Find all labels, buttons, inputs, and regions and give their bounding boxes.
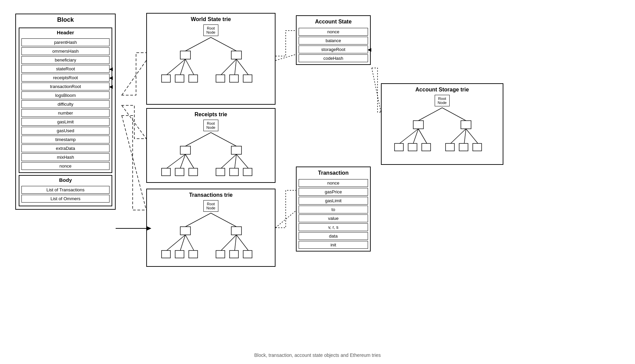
account-state-panel: Account State nonce balance storageRoot … <box>296 15 371 65</box>
body-title: Body <box>19 176 112 185</box>
account-storage-trie-inner: RootNode <box>382 95 503 167</box>
svg-line-33 <box>211 213 236 227</box>
field-beneficiary: beneficiary <box>21 56 110 64</box>
svg-line-71 <box>275 211 296 228</box>
svg-rect-14 <box>230 75 238 82</box>
svg-line-57 <box>466 129 478 143</box>
svg-line-56 <box>464 129 466 143</box>
account-storage-trie-panel: Account Storage trie RootNode <box>381 83 503 165</box>
svg-line-55 <box>451 129 466 143</box>
caption: Block, transaction, account state object… <box>0 352 635 358</box>
field-stateRoot: stateRoot ◄ <box>21 65 110 73</box>
transactions-trie-inner: RootNode <box>147 200 275 267</box>
svg-line-6 <box>185 59 194 75</box>
svg-rect-15 <box>243 75 252 82</box>
svg-rect-35 <box>231 227 241 235</box>
svg-rect-19 <box>231 146 241 154</box>
svg-line-23 <box>221 154 236 168</box>
svg-line-64 <box>122 60 146 95</box>
world-state-trie-panel: World State trie RootNode <box>146 13 275 105</box>
svg-line-7 <box>221 59 236 75</box>
account-state-title: Account State <box>297 16 370 27</box>
svg-line-65 <box>122 105 146 139</box>
field-gasUsed: gasUsed <box>21 127 110 135</box>
svg-rect-44 <box>189 250 198 258</box>
svg-rect-28 <box>189 168 198 176</box>
account-field-codeHash: codeHash <box>299 54 368 62</box>
account-field-storageRoot: storageRoot ◄ <box>299 46 368 53</box>
tx-field-vrs: v, r, s <box>299 223 368 231</box>
svg-line-0 <box>185 37 211 51</box>
field-ommersHash: ommersHash <box>21 47 110 55</box>
field-extraData: extraData <box>21 144 110 152</box>
transaction-panel: Transaction nonce gasPrice gasLimit to v… <box>296 167 371 252</box>
field-timestamp: timestamp <box>21 136 110 143</box>
svg-line-17 <box>211 133 236 146</box>
account-field-nonce: nonce <box>299 28 368 36</box>
field-parentHash: parentHash <box>21 38 110 46</box>
field-list-transactions: List of Transactions <box>21 186 110 194</box>
header-panel: Header parentHash ommersHash beneficiary… <box>19 28 112 173</box>
svg-rect-30 <box>230 168 238 176</box>
svg-rect-43 <box>175 250 184 258</box>
tx-field-to: to <box>299 206 368 213</box>
svg-line-16 <box>185 133 211 146</box>
receipts-trie-panel: Receipts trie RootNode <box>146 108 275 183</box>
svg-line-24 <box>235 154 236 168</box>
svg-rect-42 <box>162 250 170 258</box>
diagram-container: Block Header parentHash ommersHash benef… <box>0 0 635 364</box>
field-logsBloom: logsBloom <box>21 91 110 99</box>
svg-rect-13 <box>216 75 225 82</box>
svg-line-48 <box>418 108 442 121</box>
tx-field-gasLimit: gasLimit <box>299 197 368 205</box>
tx-field-value: value <box>299 214 368 222</box>
world-state-trie-inner: RootNode <box>147 24 275 102</box>
svg-line-22 <box>185 154 194 168</box>
field-number: number <box>21 109 110 117</box>
svg-rect-46 <box>230 250 238 258</box>
svg-line-25 <box>236 154 248 168</box>
account-field-balance: balance <box>299 37 368 45</box>
svg-rect-34 <box>180 227 190 235</box>
svg-line-70 <box>372 68 381 112</box>
svg-rect-29 <box>216 168 225 176</box>
svg-line-1 <box>211 37 236 51</box>
tx-field-gasPrice: gasPrice <box>299 188 368 196</box>
header-title: Header <box>19 28 112 37</box>
receipts-trie-inner: RootNode <box>147 120 275 184</box>
transactions-trie-title: Transactions trie <box>147 189 275 200</box>
tx-field-data: data <box>299 232 368 240</box>
svg-rect-63 <box>473 143 482 151</box>
svg-rect-26 <box>162 168 170 176</box>
block-title: Block <box>16 14 115 25</box>
transactions-trie-panel: Transactions trie RootNode <box>146 189 275 267</box>
svg-line-38 <box>185 235 194 250</box>
svg-rect-50 <box>413 121 423 129</box>
svg-rect-59 <box>408 143 417 151</box>
svg-rect-61 <box>446 143 454 151</box>
tx-field-init: init <box>299 241 368 249</box>
svg-rect-58 <box>395 143 403 151</box>
svg-line-54 <box>418 129 427 143</box>
svg-rect-3 <box>231 51 241 59</box>
field-nonce: nonce <box>21 162 110 170</box>
body-panel: Body List of Transactions List of Ommers <box>19 175 112 206</box>
svg-line-66 <box>122 116 146 210</box>
receipts-root-node: RootNode <box>203 120 218 131</box>
field-receiptsRoot: receiptsRoot ◄ <box>21 74 110 82</box>
account-storage-trie-title: Account Storage trie <box>382 84 503 95</box>
world-state-trie-title: World State trie <box>147 14 275 24</box>
field-difficulty: difficulty <box>21 100 110 108</box>
svg-rect-45 <box>216 250 225 258</box>
svg-rect-2 <box>180 51 190 59</box>
svg-rect-51 <box>461 121 471 129</box>
world-state-root-node: RootNode <box>203 24 218 36</box>
transactions-root-node: RootNode <box>203 200 218 212</box>
field-list-ommers: List of Ommers <box>21 195 110 203</box>
svg-line-41 <box>236 235 248 250</box>
svg-rect-47 <box>243 250 252 258</box>
field-transactionRoot: transactionRoot ◄ <box>21 83 110 90</box>
account-storage-root-node: RootNode <box>435 95 450 106</box>
svg-line-49 <box>442 108 466 121</box>
svg-line-9 <box>236 59 248 75</box>
